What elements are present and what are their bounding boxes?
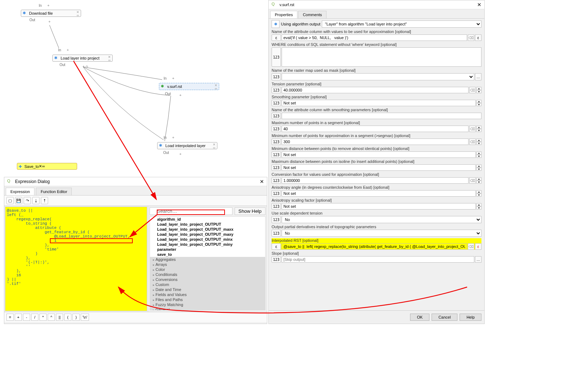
- tree-item[interactable]: Load_layer_into_project_OUTPUT_minx: [150, 237, 265, 242]
- op-button[interactable]: -: [23, 314, 30, 321]
- spin-up[interactable]: ▲: [476, 151, 481, 155]
- spin-up[interactable]: ▲: [476, 203, 481, 206]
- tree-item[interactable]: Load_layer_into_project_OUTPUT: [150, 222, 265, 227]
- tree-category[interactable]: Arrays: [150, 262, 265, 267]
- op-button[interactable]: (: [64, 314, 71, 321]
- spin-up[interactable]: ▲: [476, 177, 481, 180]
- data-type-icon[interactable]: 123: [272, 177, 281, 184]
- spin-down[interactable]: ▼: [476, 168, 481, 171]
- clear-icon[interactable]: ⌫: [468, 243, 474, 250]
- node-anchor-icon[interactable]: ✕∞: [39, 164, 45, 169]
- clear-icon[interactable]: ⌫: [469, 138, 476, 145]
- delete-icon[interactable]: ↷: [24, 197, 31, 204]
- tree-item[interactable]: Load_layer_into_project_OUTPUT_miny: [150, 242, 265, 247]
- op-button[interactable]: =: [6, 314, 14, 321]
- node-vsurfrst[interactable]: ✱v.surf.rst ✕∞: [159, 83, 219, 90]
- tree-category[interactable]: Date and Time: [150, 287, 265, 292]
- tab-expression[interactable]: Expression: [6, 188, 34, 195]
- browse-button[interactable]: …: [475, 73, 481, 80]
- data-type-icon[interactable]: 123: [272, 164, 281, 171]
- import-icon[interactable]: ⭳: [32, 197, 39, 204]
- data-type-icon[interactable]: 123: [272, 256, 281, 263]
- spin-down[interactable]: ▼: [476, 206, 481, 210]
- spin-down[interactable]: ▼: [476, 129, 481, 132]
- op-button[interactable]: *: [39, 314, 47, 321]
- tab-properties[interactable]: Properties: [270, 11, 297, 18]
- close-icon[interactable]: ✕: [477, 2, 481, 8]
- smooth-col-input[interactable]: [282, 113, 481, 119]
- node-load-interpolated[interactable]: ✱Load interpolated layer ✕∞: [157, 142, 217, 149]
- tab-function-editor[interactable]: Function Editor: [36, 188, 72, 195]
- node-anchor-icon[interactable]: ✕∞: [108, 56, 111, 62]
- data-type-icon[interactable]: 123: [272, 126, 281, 132]
- expr-button[interactable]: ε: [475, 34, 481, 41]
- spin-down[interactable]: ▼: [476, 103, 481, 106]
- tree-category[interactable]: Fuzzy Matching: [150, 302, 265, 307]
- tree-category[interactable]: Custom: [150, 282, 265, 287]
- browse-button[interactable]: …: [475, 256, 481, 263]
- spin-up[interactable]: ▲: [476, 190, 481, 193]
- tree-category[interactable]: Aggregates: [150, 257, 265, 262]
- clear-icon[interactable]: ⌫: [468, 34, 474, 41]
- spin-up[interactable]: ▲: [476, 100, 481, 103]
- data-type-icon[interactable]: 123: [272, 113, 281, 119]
- node-anchor-icon[interactable]: ✕∞: [215, 84, 217, 90]
- close-icon[interactable]: ✕: [260, 179, 264, 184]
- data-type-icon[interactable]: 123: [272, 138, 281, 145]
- spin-up[interactable]: ▲: [476, 164, 481, 168]
- op-button[interactable]: +: [15, 314, 22, 321]
- function-tree[interactable]: algorithm_id Load_layer_into_project_OUT…: [150, 216, 265, 310]
- tree-category[interactable]: General: [150, 307, 265, 310]
- tree-category[interactable]: Fields and Values: [150, 292, 265, 297]
- clear-icon[interactable]: ⌫: [469, 87, 476, 93]
- spin-down[interactable]: ▼: [476, 193, 481, 197]
- clear-icon[interactable]: ⌫: [469, 177, 476, 184]
- tree-category[interactable]: Conditionals: [150, 272, 265, 277]
- tree-item[interactable]: algorithm_id: [150, 217, 265, 222]
- data-type-icon[interactable]: 123: [272, 216, 281, 223]
- rst-input[interactable]: [282, 243, 467, 250]
- show-help-button[interactable]: Show Help: [235, 207, 265, 215]
- tree-item[interactable]: parameter: [150, 247, 265, 252]
- deriv-select[interactable]: No: [282, 230, 481, 237]
- clear-icon[interactable]: ⌫: [469, 126, 476, 132]
- spin-down[interactable]: ▼: [476, 142, 481, 145]
- scaledep-select[interactable]: No: [282, 216, 481, 223]
- slope-input[interactable]: [282, 256, 474, 263]
- where-input[interactable]: [282, 47, 481, 67]
- op-button[interactable]: ^: [48, 314, 55, 321]
- segmax-input[interactable]: [282, 126, 469, 132]
- data-type-icon[interactable]: 123: [272, 100, 281, 106]
- data-type-icon[interactable]: 123: [272, 190, 281, 197]
- export-icon[interactable]: ⭱: [41, 197, 48, 204]
- node-anchor-icon[interactable]: ✕∞: [76, 11, 79, 17]
- data-type-icon[interactable]: 123: [272, 47, 281, 67]
- tree-category[interactable]: Files and Paths: [150, 297, 265, 302]
- ok-button[interactable]: OK: [410, 314, 429, 321]
- tree-item[interactable]: Load_layer_into_project_OUTPUT_maxy: [150, 232, 265, 237]
- op-button[interactable]: ||: [56, 314, 63, 321]
- node-load-layer[interactable]: ✱Load layer into project ✕∞: [52, 55, 113, 62]
- cancel-button[interactable]: Cancel: [432, 314, 457, 321]
- smooth-input[interactable]: [282, 100, 476, 106]
- expression-editor[interactable]: [5, 207, 147, 311]
- spin-up[interactable]: ▲: [476, 138, 481, 142]
- op-button[interactable]: '\n': [81, 314, 89, 321]
- data-type-icon[interactable]: 123: [272, 87, 281, 93]
- data-type-icon[interactable]: 123: [272, 230, 281, 237]
- help-button[interactable]: Help: [460, 314, 481, 321]
- dmax-input[interactable]: [282, 164, 476, 171]
- op-button[interactable]: /: [31, 314, 38, 321]
- tree-category[interactable]: Color: [150, 267, 265, 272]
- dmin-input[interactable]: [282, 151, 476, 158]
- tree-item[interactable]: Load_layer_into_project_OUTPUT_maxx: [150, 227, 265, 232]
- approx-col-input[interactable]: [282, 34, 467, 41]
- data-type-icon[interactable]: 123: [272, 151, 281, 158]
- new-icon[interactable]: ▢: [6, 197, 14, 204]
- search-input[interactable]: [150, 207, 232, 215]
- save-icon[interactable]: 💾: [15, 197, 22, 204]
- model-canvas[interactable]: In + ✱Download file ✕∞ Out + In + ✱Load …: [0, 0, 267, 179]
- op-button[interactable]: ): [72, 314, 80, 321]
- tab-comments[interactable]: Comments: [298, 11, 326, 18]
- node-download-file[interactable]: ✱Download file ✕∞: [21, 10, 81, 17]
